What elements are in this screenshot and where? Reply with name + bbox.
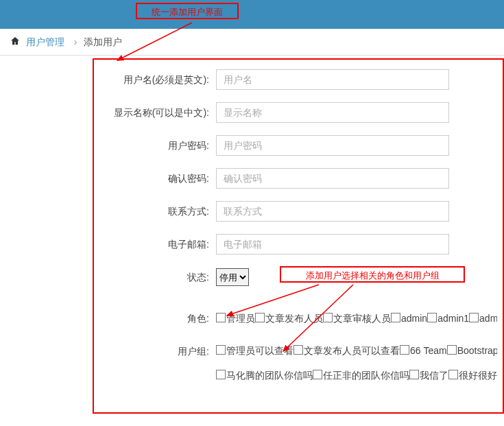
annotation-title-box: 统一添加用户界面 [136,3,239,19]
chevron-right-icon: › [74,36,77,47]
breadcrumb: 用户管理 › 添加用户 [0,29,504,56]
home-icon [10,36,23,47]
breadcrumb-parent-link[interactable]: 用户管理 [26,36,64,47]
breadcrumb-current: 添加用户 [84,36,122,47]
top-bar: 统一添加用户界面 [0,0,504,29]
